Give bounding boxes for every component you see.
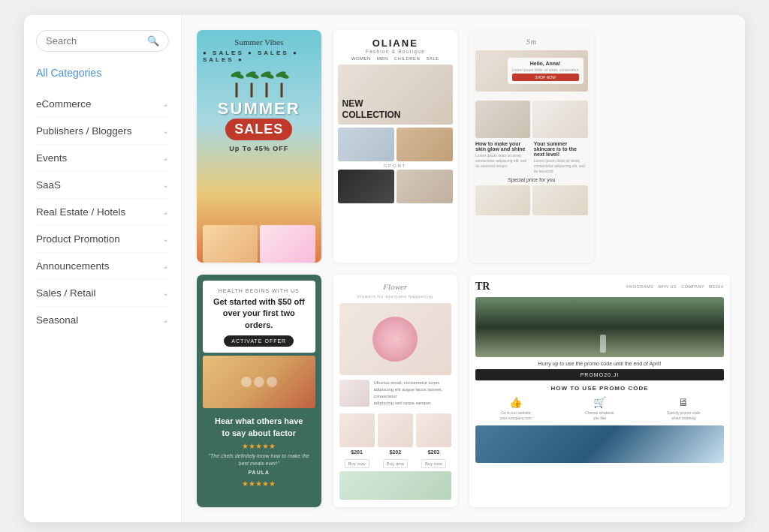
palm-tree-2 — [246, 71, 258, 98]
sidebar-item-real-estate[interactable]: Real Estate / Hotels ⌄ — [36, 199, 169, 226]
card6-hero-image — [475, 297, 724, 357]
card3-brand-name: Sm — [526, 38, 537, 46]
chevron-icon: ⌄ — [162, 288, 169, 298]
card3-products-grid — [475, 185, 588, 215]
card6-navigation: TR PROGRAMS WHY US COMPANY MEDIA — [475, 281, 724, 293]
search-box[interactable]: 🔍 — [36, 30, 169, 52]
palm-trunk — [265, 83, 267, 98]
card6-step-3: 🖥 Specify promo codewhen ordering — [643, 396, 724, 421]
card6-steps: 👍 Go to our websiteyour-company.com 🛒 Ch… — [475, 396, 724, 421]
card6-promo-code: PROMO20.JI — [475, 369, 724, 380]
sidebar-item-publishers[interactable]: Publishers / Bloggers ⌄ — [36, 118, 169, 145]
food-dots — [241, 377, 277, 387]
template-preview: Sm Hello, Anna! Lorem ipsum dolor sit am… — [469, 30, 594, 263]
card3-image-row — [475, 101, 588, 138]
template-preview: TR PROGRAMS WHY US COMPANY MEDIA Hurry u — [469, 275, 730, 507]
card2-new-collection-text: NEWCOLLECTION — [342, 98, 401, 120]
palm-leaf — [278, 72, 289, 80]
card6-step-1: 👍 Go to our websiteyour-company.com — [475, 396, 556, 421]
card6-background: TR PROGRAMS WHY US COMPANY MEDIA Hurry u — [469, 275, 730, 507]
card2-background: OLIANE Fashion & Boutique WOMEN MEN CHIL… — [333, 30, 458, 263]
card5-background: Flower Flowers for everyone happening Ul… — [333, 275, 458, 507]
main-content: Summer Vibes ● SALES ● SALES ● SALES ● — [182, 15, 745, 522]
template-preview: Summer Vibes ● SALES ● SALES ● SALES ● — [197, 30, 321, 263]
card5-products-grid: $201 Buy now $202 Buy now $203 — [339, 413, 452, 468]
card6-step-2: 🛒 Choose whateveryou like — [559, 396, 641, 421]
food-circle-1 — [241, 377, 252, 387]
card6-nav-programs: PROGRAMS — [626, 284, 653, 289]
card5-hero-image — [339, 303, 452, 375]
card2-grid-item-2 — [397, 128, 453, 161]
card3-hero-image: Hello, Anna! Lorem ipsum dolor sit amet,… — [475, 50, 588, 92]
palm-trunk — [235, 83, 237, 98]
card5-buy-btn-1[interactable]: Buy now — [345, 459, 369, 468]
sidebar-item-label: Events — [36, 152, 67, 164]
card3-cta-button[interactable]: SHOP NOW — [512, 74, 579, 81]
card5-product-2: $202 Buy now — [378, 413, 413, 468]
card2-grid-item-3 — [338, 170, 394, 203]
template-card-summer-vibes[interactable]: Summer Vibes ● SALES ● SALES ● SALES ● — [197, 30, 321, 263]
card5-item-image-1 — [339, 380, 369, 407]
food-circle-3 — [267, 377, 277, 387]
palm-leaf — [263, 72, 274, 80]
sidebar-item-label: SaaS — [36, 179, 61, 191]
card1-image-2 — [260, 225, 315, 263]
sidebar-item-ecommerce[interactable]: eCommerce ⌄ — [36, 91, 169, 118]
chevron-icon: ⌄ — [162, 126, 169, 136]
card2-nav-children: CHILDREN — [394, 56, 421, 61]
card4-tagline: HEALTH BEGINS WITH US — [210, 288, 308, 293]
card5-item-1: Ulluvius email, consectetur turpisadipis… — [339, 380, 452, 407]
card1-sales-big: SALES — [225, 119, 292, 140]
palm-leaf — [233, 72, 244, 80]
palm-leaf — [248, 72, 259, 80]
card4-cta-button[interactable]: ACTIVATE OFFER — [224, 335, 294, 347]
card5-buy-btn-3[interactable]: Buy now — [421, 459, 446, 468]
card2-image-grid-2 — [338, 170, 454, 203]
card6-nav-why-us: WHY US — [658, 284, 677, 289]
template-card-tr-promo[interactable]: TR PROGRAMS WHY US COMPANY MEDIA Hurry u — [469, 275, 730, 507]
template-preview: HEALTH BEGINS WITH US Get started with $… — [197, 275, 321, 507]
card4-headline: Get started with $50 offover your first … — [210, 296, 308, 331]
sidebar-item-sales-retail[interactable]: Sales / Retail ⌄ — [36, 280, 169, 307]
template-card-oliane[interactable]: OLIANE Fashion & Boutique WOMEN MEN CHIL… — [333, 30, 458, 263]
template-card-skincare[interactable]: Sm Hello, Anna! Lorem ipsum dolor sit am… — [469, 30, 594, 263]
card3-col-image-1 — [475, 101, 530, 138]
card4-quote: "The chefs definitely know how to make t… — [207, 452, 311, 467]
palm-tree-3 — [261, 71, 273, 98]
card6-how-to-use: HOW TO USE PROMO CODE — [475, 385, 724, 392]
card6-step-icon-2: 🛒 — [559, 396, 641, 408]
card6-step-text-3: Specify promo codewhen ordering — [643, 410, 724, 421]
all-categories-link[interactable]: All Categories — [36, 67, 169, 79]
template-card-flowers[interactable]: Flower Flowers for everyone happening Ul… — [333, 275, 458, 507]
card4-food-image — [203, 356, 315, 408]
card5-product-image-1 — [339, 413, 375, 447]
food-circle-2 — [254, 377, 264, 387]
card3-product-image-1 — [475, 185, 530, 215]
search-input[interactable] — [46, 35, 144, 47]
card6-figure — [600, 335, 606, 353]
card4-background: HEALTH BEGINS WITH US Get started with $… — [197, 275, 321, 507]
card4-top-section: HEALTH BEGINS WITH US Get started with $… — [203, 281, 315, 353]
chevron-icon: ⌄ — [162, 153, 169, 163]
card3-background: Sm Hello, Anna! Lorem ipsum dolor sit am… — [469, 30, 594, 263]
card1-summer-text: SUMMER — [218, 101, 300, 117]
template-card-factor[interactable]: HEALTH BEGINS WITH US Get started with $… — [197, 275, 321, 507]
chevron-icon: ⌄ — [162, 315, 169, 325]
card3-small-text-1: Lorem ipsum dolor sit amet, consectetur … — [475, 153, 529, 169]
card3-product-image-2 — [532, 185, 587, 215]
sidebar-item-product-promotion[interactable]: Product Promotion ⌄ — [36, 226, 169, 253]
sidebar-item-seasonal[interactable]: Seasonal ⌄ — [36, 307, 169, 333]
card6-nav-items: PROGRAMS WHY US COMPANY MEDIA — [626, 284, 724, 289]
card6-step-text-2: Choose whateveryou like — [559, 410, 641, 421]
sidebar-item-label: Product Promotion — [36, 233, 120, 245]
sidebar-item-events[interactable]: Events ⌄ — [36, 145, 169, 172]
card3-hello-text: Hello, Anna! — [512, 61, 579, 66]
card3-heading-2: Your summer skincare is to the next leve… — [534, 141, 588, 157]
sidebar-item-announcements[interactable]: Announcements ⌄ — [36, 253, 169, 280]
card5-item-text-1: Ulluvius email, consectetur turpisadipis… — [374, 380, 452, 407]
card6-nav-company: COMPANY — [681, 284, 704, 289]
card3-text-col-2: Your summer skincare is to the next leve… — [534, 141, 588, 174]
sidebar-item-saas[interactable]: SaaS ⌄ — [36, 172, 169, 199]
card5-buy-btn-2[interactable]: Buy now — [383, 459, 408, 468]
palm-trunk — [250, 83, 252, 98]
